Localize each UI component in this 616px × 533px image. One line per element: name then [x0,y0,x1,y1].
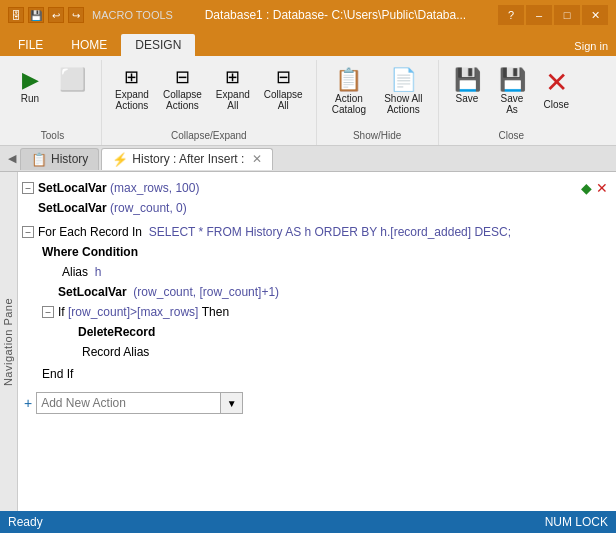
run-icon: ▶ [22,69,39,91]
window-title: Database1 : Database- C:\Users\Public\Da… [173,8,498,22]
collapse-all-button[interactable]: ⊟ CollapseAll [259,64,308,114]
step-button[interactable]: ⬜ [52,64,93,98]
show-hide-buttons: 📋 ActionCatalog 📄 Show AllActions [325,60,430,130]
then-keyword: Then [202,305,229,319]
maximize-button[interactable]: □ [554,5,580,25]
macro-editor[interactable]: ◆ ✕ – SetLocalVar (max_rows, 100) SetLoc… [18,172,616,511]
minimize-button[interactable]: – [526,5,552,25]
if-line: – If [row_count]>[max_rows] Then [40,302,610,322]
tab-file[interactable]: FILE [4,34,57,56]
collapse-all-label: CollapseAll [264,89,303,111]
set-local-var-1-action: SetLocalVar [38,181,107,195]
after-insert-tab-label: History : After Insert : [132,152,244,166]
history-tab-label: History [51,152,88,166]
macro-tools-label: MACRO TOOLS [92,9,173,21]
collapse-actions-label: CollapseActions [163,89,202,111]
save-button[interactable]: 💾 Save [447,64,488,109]
expand-all-icon: ⊞ [225,67,240,89]
macro-top-icons: ◆ ✕ [581,180,608,196]
history-tab[interactable]: 📋 History [20,148,99,170]
set-local-var-1-params: (max_rows, 100) [107,181,200,195]
where-condition-label: Where Condition [42,245,138,259]
sign-in-label[interactable]: Sign in [566,36,616,56]
expand-actions-button[interactable]: ⊞ ExpandActions [110,64,154,114]
tools-label: Tools [41,130,64,145]
app-icon: 🗄 [8,7,24,23]
navigation-pane-label: Navigation Pane [3,297,15,385]
close-button[interactable]: ✕ [582,5,608,25]
ribbon-tabs: FILE HOME DESIGN Sign in [0,30,616,56]
tab-scroll-left[interactable]: ◀ [4,152,20,165]
status-bar: Ready NUM LOCK [0,511,616,533]
ribbon: ▶ Run ⬜ Tools ⊞ ExpandActions ⊟ Collapse… [0,56,616,146]
main-area: Navigation Pane ◆ ✕ – SetLocalVar (max_r… [0,172,616,511]
collapse-col: ⊟ CollapseActions [158,64,207,114]
macro-close-icon[interactable]: ✕ [596,180,608,196]
expand-all-label: ExpandAll [216,89,250,111]
show-all-actions-icon: 📄 [390,69,417,91]
ribbon-section-show-hide: 📋 ActionCatalog 📄 Show AllActions Show/H… [317,60,439,145]
history-after-insert-tab[interactable]: ⚡ History : After Insert : ✕ [101,148,273,170]
set-local-var-2-line: SetLocalVar (row_count, 0) [20,198,610,218]
ribbon-section-tools: ▶ Run ⬜ Tools [4,60,102,145]
title-bar: 🗄 💾 ↩ ↪ MACRO TOOLS Database1 : Database… [0,0,616,30]
set-local-var-3-params: (row_count, [row_count]+1) [127,285,279,299]
close-ribbon-button[interactable]: ✕ Close [537,64,577,115]
save-label: Save [456,93,479,104]
for-each-sql: SELECT * FROM History AS h ORDER BY h.[r… [142,225,511,239]
expand-actions-icon: ⊞ [124,67,139,89]
add-action-plus-icon[interactable]: + [24,395,32,411]
set-local-var-3-line: SetLocalVar (row_count, [row_count]+1) [40,282,610,302]
save-as-button[interactable]: 💾 SaveAs [492,64,533,120]
step-icon: ⬜ [59,69,86,91]
ribbon-section-collapse-expand: ⊞ ExpandActions ⊟ CollapseActions ⊞ Expa… [102,60,317,145]
undo-icon[interactable]: ↩ [48,7,64,23]
show-hide-label: Show/Hide [353,130,401,145]
collapse-expand-label: Collapse/Expand [171,130,247,145]
show-all-actions-button[interactable]: 📄 Show AllActions [377,64,429,120]
save-as-label: SaveAs [501,93,524,115]
expand-btn-for-each[interactable]: – [22,226,34,238]
record-alias-label: Record Alias [82,345,149,359]
expand-all-button[interactable]: ⊞ ExpandAll [211,64,255,114]
for-each-keyword: For Each Record In [38,225,142,239]
window-controls: ? – □ ✕ [498,5,608,25]
tab-home[interactable]: HOME [57,34,121,56]
close-buttons: 💾 Save 💾 SaveAs ✕ Close [447,60,577,130]
expand-btn-if[interactable]: – [42,306,54,318]
redo-icon[interactable]: ↪ [68,7,84,23]
after-insert-tab-icon: ⚡ [112,152,128,167]
delete-record-action: DeleteRecord [78,325,155,339]
save-icon-title[interactable]: 💾 [28,7,44,23]
set-local-var-2-params: (row_count, 0) [107,201,187,215]
tab-design[interactable]: DESIGN [121,34,195,56]
help-button[interactable]: ? [498,5,524,25]
if-condition: [row_count]>[max_rows] [65,305,202,319]
collapse-all-icon: ⊟ [276,67,291,89]
title-bar-app-icons: 🗄 💾 ↩ ↪ MACRO TOOLS [8,7,173,23]
expand-btn-1[interactable]: – [22,182,34,194]
tools-buttons: ▶ Run ⬜ [12,60,93,130]
history-tab-icon: 📋 [31,152,47,167]
set-local-var-3-action: SetLocalVar [58,285,127,299]
add-action-input[interactable] [36,392,221,414]
collapse-actions-icon: ⊟ [175,67,190,89]
save-icon: 💾 [454,69,481,91]
status-num-lock: NUM LOCK [545,515,608,529]
close-ribbon-label: Close [544,99,570,110]
close-ribbon-icon: ✕ [545,69,568,97]
delete-record-line: DeleteRecord [60,322,610,342]
expand-all-col: ⊞ ExpandAll [211,64,255,114]
alias-label: Alias [62,265,88,279]
close-section-label: Close [499,130,525,145]
after-insert-tab-close[interactable]: ✕ [252,152,262,166]
green-diamond-icon[interactable]: ◆ [581,180,592,196]
record-alias-line: Record Alias [80,342,610,362]
end-if-line: End If [40,364,610,384]
run-button[interactable]: ▶ Run [12,64,48,109]
add-action-dropdown[interactable]: ▼ [221,392,243,414]
alias-value: h [88,265,101,279]
action-catalog-button[interactable]: 📋 ActionCatalog [325,64,373,120]
status-ready: Ready [8,515,43,529]
collapse-actions-button[interactable]: ⊟ CollapseActions [158,64,207,114]
